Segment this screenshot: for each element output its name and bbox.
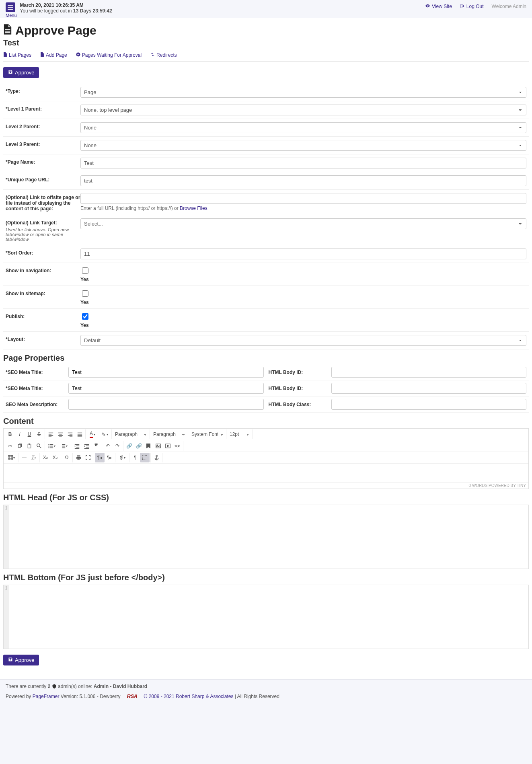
- label-show-nav: Show in navigation:: [6, 266, 80, 273]
- bullet-list-button[interactable]: ▾: [46, 441, 58, 451]
- undo-button[interactable]: ↶: [103, 441, 113, 451]
- input-seo-title-2[interactable]: [68, 383, 264, 394]
- input-page-url[interactable]: [80, 175, 526, 186]
- checkbox-show-sitemap[interactable]: [82, 290, 88, 297]
- bookmark-button[interactable]: [144, 441, 153, 451]
- anchor-button[interactable]: [152, 453, 161, 462]
- checkbox-publish[interactable]: [82, 313, 88, 320]
- select-layout[interactable]: Default: [80, 335, 526, 346]
- code-editor-head[interactable]: 1: [3, 505, 529, 569]
- hamburger-menu-button[interactable]: [6, 2, 15, 12]
- label-body-id: HTML Body ID:: [269, 370, 331, 375]
- input-offsite-link[interactable]: [80, 193, 526, 204]
- ltr-button[interactable]: ¶◂: [95, 453, 105, 462]
- select-l1-parent[interactable]: None, top level page: [80, 105, 526, 115]
- indent-button[interactable]: [82, 441, 91, 451]
- redo-button[interactable]: ↷: [113, 441, 122, 451]
- checkbox-show-nav[interactable]: [82, 267, 88, 274]
- paste-button[interactable]: [25, 441, 34, 451]
- label-sort-order: *Sort Order:: [6, 249, 80, 256]
- rtl-button[interactable]: ¶▸: [105, 453, 114, 462]
- hr-button[interactable]: —: [19, 453, 29, 462]
- select-l3-parent[interactable]: None: [80, 140, 526, 151]
- copy-button[interactable]: [15, 441, 25, 451]
- pageframer-link[interactable]: PageFramer: [33, 694, 60, 699]
- text-color-button[interactable]: A ▾: [86, 429, 99, 439]
- number-list-button[interactable]: ▾: [58, 441, 70, 451]
- copyright-link[interactable]: © 2009 - 2021 Robert Sharp & Associates: [144, 694, 233, 699]
- cut-button[interactable]: ✂: [5, 441, 15, 451]
- file-icon: [3, 52, 7, 58]
- italic-button[interactable]: I: [15, 429, 25, 439]
- tab-list-pages[interactable]: List Pages: [3, 52, 31, 58]
- browse-files-link[interactable]: Browse Files: [180, 205, 207, 211]
- media-button[interactable]: [163, 441, 173, 451]
- select-link-target[interactable]: Select...: [80, 218, 526, 229]
- tab-pages-waiting[interactable]: Pages Waiting For Approval: [76, 52, 142, 58]
- align-justify-button[interactable]: [75, 429, 84, 439]
- input-body-class[interactable]: [331, 399, 527, 410]
- blockquote-button[interactable]: ❞: [91, 441, 101, 451]
- welcome-text: Welcome Admin: [492, 4, 526, 9]
- input-seo-title[interactable]: [68, 367, 264, 378]
- table-button[interactable]: ▾: [5, 453, 17, 462]
- logout-icon: [460, 4, 465, 10]
- fullscreen-button[interactable]: [83, 453, 93, 462]
- svg-rect-18: [8, 456, 12, 460]
- fontsize-select[interactable]: 12pt: [227, 431, 251, 438]
- log-out-link[interactable]: Log Out: [460, 4, 484, 10]
- align-right-button[interactable]: [65, 429, 75, 439]
- svg-point-20: [156, 455, 157, 457]
- footer-powered-by: Powered by PageFramer Version: 5.1.006 -…: [6, 693, 526, 699]
- special-char-button[interactable]: Ω: [62, 453, 72, 462]
- pilcrow-button[interactable]: ¶: [130, 453, 140, 462]
- rich-text-editor: B I U S A ▾ ✎ ▾ Paragraph Paragraph: [3, 428, 529, 489]
- approve-button-top[interactable]: Approve: [3, 67, 39, 78]
- font-select[interactable]: System Font: [189, 431, 225, 438]
- format-select-1[interactable]: Paragraph: [113, 431, 149, 438]
- clear-format-button[interactable]: T×: [29, 453, 39, 462]
- show-blocks-button[interactable]: [140, 453, 150, 462]
- link-button[interactable]: 🔗: [124, 441, 134, 451]
- highlight-button[interactable]: ✎ ▾: [99, 429, 111, 439]
- editor-status: 0 WORDS POWERED BY TINY: [4, 482, 528, 489]
- label-yes-publish: Yes: [80, 322, 526, 328]
- input-page-name[interactable]: [80, 158, 526, 168]
- print-button[interactable]: [74, 453, 83, 462]
- page-subtitle: Test: [3, 38, 529, 47]
- code-button[interactable]: <>: [173, 441, 182, 451]
- format-select-2[interactable]: Paragraph: [151, 431, 187, 438]
- select-l2-parent[interactable]: None: [80, 122, 526, 133]
- strikethrough-button[interactable]: S: [34, 429, 44, 439]
- select-type[interactable]: Page: [80, 87, 526, 98]
- section-html-bottom: HTML Bottom (For JS just before </body>): [3, 573, 529, 582]
- logout-countdown: You will be logged out in 13 Days 23:59:…: [20, 8, 112, 14]
- visual-aids-button[interactable]: ❡▾: [116, 453, 128, 462]
- approve-button-bottom[interactable]: Approve: [3, 655, 39, 665]
- unlink-button[interactable]: 🔗: [134, 441, 144, 451]
- label-publish: Publish:: [6, 312, 80, 319]
- outdent-button[interactable]: [72, 441, 82, 451]
- section-html-head: HTML Head (For JS or CSS): [3, 493, 529, 502]
- input-seo-desc[interactable]: [68, 399, 264, 410]
- align-left-button[interactable]: [46, 429, 55, 439]
- svg-point-5: [37, 444, 40, 447]
- section-content: Content: [3, 417, 529, 426]
- search-button[interactable]: [34, 441, 44, 451]
- input-body-id[interactable]: [331, 367, 527, 378]
- editor-content-area[interactable]: [4, 464, 528, 482]
- eye-icon: [425, 3, 430, 10]
- input-body-id-2[interactable]: [331, 383, 527, 394]
- image-button[interactable]: [153, 441, 163, 451]
- label-l2-parent: Level 2 Parent:: [6, 122, 80, 129]
- tab-redirects[interactable]: Redirects: [150, 52, 177, 58]
- subscript-button[interactable]: X2: [41, 453, 50, 462]
- tab-add-page[interactable]: Add Page: [40, 52, 67, 58]
- code-editor-bottom[interactable]: 1: [3, 585, 529, 649]
- bold-button[interactable]: B: [5, 429, 15, 439]
- view-site-link[interactable]: View Site: [425, 3, 452, 10]
- align-center-button[interactable]: [55, 429, 65, 439]
- input-sort-order[interactable]: [80, 249, 526, 259]
- superscript-button[interactable]: X2: [50, 453, 60, 462]
- underline-button[interactable]: U: [25, 429, 34, 439]
